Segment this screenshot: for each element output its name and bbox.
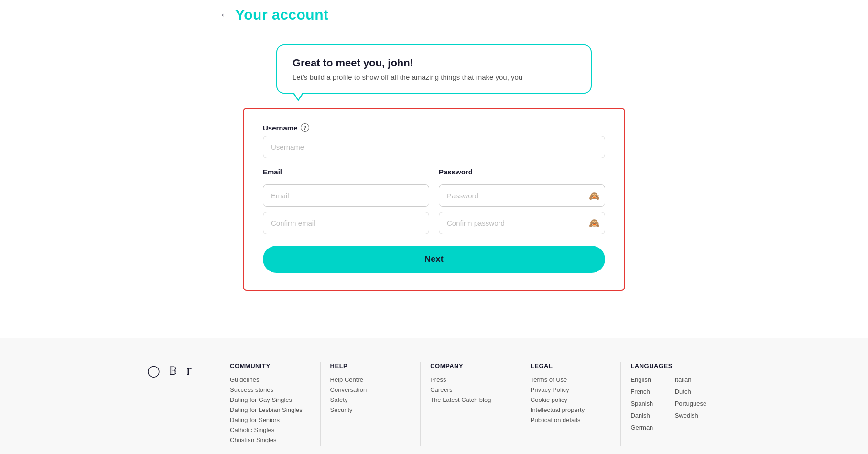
community-link-christian[interactable]: Christian Singles [230,436,311,443]
username-label: Username ? [263,123,605,132]
lang-french[interactable]: French [630,388,667,395]
help-title: HELP [330,362,411,369]
community-link-gay[interactable]: Dating for Gay Singles [230,396,311,403]
username-help-icon[interactable]: ? [301,123,309,132]
confirm-password-input-wrapper: 🙈 [439,212,605,234]
footer-col-community: COMMUNITY Guidelines Success stories Dat… [220,362,321,446]
header: ← Your account [0,0,868,30]
footer-col-company: COMPANY Press Careers The Latest Catch b… [421,362,521,446]
email-group: Email [263,168,429,234]
lang-german[interactable]: German [630,424,667,431]
legal-link-cookie[interactable]: Cookie policy [531,396,611,403]
bubble-subtitle: Let's build a profile to show off all th… [293,73,575,81]
footer-inner: ◯ 𝔹 𝕣 COMMUNITY Guidelines Success stori… [147,362,721,446]
community-link-seniors[interactable]: Dating for Seniors [230,416,311,423]
form-container: Username ? Email Password 🙈 [243,108,625,291]
legal-link-intellectual[interactable]: Intellectual property [531,406,611,413]
help-link-security[interactable]: Security [330,406,411,413]
confirm-password-visibility-icon[interactable]: 🙈 [589,218,599,228]
confirm-password-input[interactable] [439,212,605,234]
password-visibility-icon[interactable]: 🙈 [589,191,599,201]
lang-portuguese[interactable]: Portuguese [675,400,711,407]
help-link-conversation[interactable]: Conversation [330,386,411,393]
languages-title: LANGUAGES [630,362,711,369]
lang-danish[interactable]: Danish [630,412,667,419]
email-input[interactable] [263,184,429,207]
lang-spanish[interactable]: Spanish [630,400,667,407]
legal-title: LEGAL [531,362,611,369]
page-title: Your account [235,7,328,23]
email-label: Email [263,168,429,176]
footer-columns: COMMUNITY Guidelines Success stories Dat… [220,362,721,446]
community-title: COMMUNITY [230,362,311,369]
lang-dutch[interactable]: Dutch [675,388,711,395]
speech-bubble: Great to meet you, john! Let's build a p… [276,44,592,94]
username-label-text: Username [263,124,298,132]
footer-col-legal: LEGAL Terms of Use Privacy Policy Cookie… [521,362,621,446]
email-input-wrapper [263,184,429,207]
community-link-guidelines[interactable]: Guidelines [230,376,311,383]
back-arrow-icon[interactable]: ← [220,9,230,21]
two-col-section: Email Password 🙈 🙈 [263,168,605,234]
confirm-email-input-wrapper [263,212,429,234]
community-link-catholic[interactable]: Catholic Singles [230,426,311,433]
company-link-blog[interactable]: The Latest Catch blog [430,396,511,403]
lang-english[interactable]: English [630,376,667,383]
footer: ◯ 𝔹 𝕣 COMMUNITY Guidelines Success stori… [0,338,868,454]
help-link-centre[interactable]: Help Centre [330,376,411,383]
legal-link-privacy[interactable]: Privacy Policy [531,386,611,393]
username-input[interactable] [263,136,605,158]
community-link-success[interactable]: Success stories [230,386,311,393]
lang-swedish[interactable]: Swedish [675,412,711,419]
help-link-safety[interactable]: Safety [330,396,411,403]
next-button[interactable]: Next [263,246,605,273]
password-input-wrapper: 🙈 [439,184,605,207]
main-content: Great to meet you, john! Let's build a p… [0,30,868,319]
lang-italian[interactable]: Italian [675,376,711,383]
community-link-lesbian[interactable]: Dating for Lesbian Singles [230,406,311,413]
company-title: COMPANY [430,362,511,369]
twitter-icon[interactable]: 𝕣 [186,364,192,378]
confirm-email-input[interactable] [263,212,429,234]
footer-col-languages: LANGUAGES English Italian French Dutch S… [621,362,721,446]
instagram-icon[interactable]: ◯ [147,364,160,378]
social-icons: ◯ 𝔹 𝕣 [147,362,192,446]
password-input[interactable] [439,184,605,207]
facebook-icon[interactable]: 𝔹 [169,364,177,378]
legal-link-terms[interactable]: Terms of Use [531,376,611,383]
bubble-title: Great to meet you, john! [293,57,575,69]
password-label: Password [439,168,605,176]
language-grid: English Italian French Dutch Spanish Por… [630,376,711,434]
legal-link-publication[interactable]: Publication details [531,416,611,423]
company-link-careers[interactable]: Careers [430,386,511,393]
password-group: Password 🙈 🙈 [439,168,605,234]
company-link-press[interactable]: Press [430,376,511,383]
footer-col-help: HELP Help Centre Conversation Safety Sec… [321,362,421,446]
